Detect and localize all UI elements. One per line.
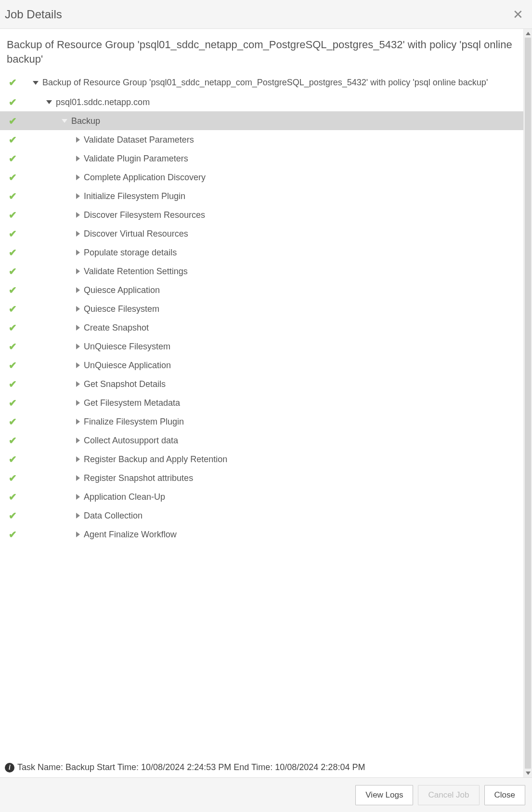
tree-row-step[interactable]: ✔Populate storage details: [0, 243, 532, 262]
check-icon: ✔: [9, 359, 17, 371]
tree-label: UnQuiesce Filesystem: [84, 338, 170, 355]
tree-label: Quiesce Filesystem: [84, 300, 159, 318]
expand-toggle[interactable]: [62, 119, 67, 123]
tree-row-step[interactable]: ✔Get Snapshot Details: [0, 374, 532, 393]
expand-toggle[interactable]: [76, 513, 80, 519]
tree-row-root[interactable]: ✔ Backup of Resource Group 'psql01_sddc_…: [0, 74, 532, 93]
expand-toggle[interactable]: [76, 287, 80, 293]
tree-row-step[interactable]: ✔Register Snapshot attributes: [0, 468, 532, 487]
chevron-right-icon: [76, 344, 80, 349]
tree-row-step[interactable]: ✔Collect Autosupport data: [0, 431, 532, 450]
check-icon: ✔: [9, 529, 17, 540]
check-icon: ✔: [9, 284, 17, 296]
tree-label: UnQuiesce Application: [84, 357, 171, 374]
tree-label: Data Collection: [84, 507, 143, 524]
tree-label: Register Backup and Apply Retention: [84, 451, 227, 468]
tree-row-step[interactable]: ✔Discover Virtual Resources: [0, 224, 532, 243]
chevron-right-icon: [76, 174, 80, 180]
expand-toggle[interactable]: [76, 456, 80, 462]
dialog-title: Job Details: [5, 8, 62, 21]
tree-row-step[interactable]: ✔Create Snapshot: [0, 318, 532, 337]
chevron-right-icon: [76, 362, 80, 368]
expand-toggle[interactable]: [76, 250, 80, 255]
expand-toggle[interactable]: [46, 100, 52, 104]
tree-row-step[interactable]: ✔Discover Filesystem Resources: [0, 205, 532, 224]
expand-toggle[interactable]: [76, 438, 80, 443]
expand-toggle[interactable]: [76, 494, 80, 500]
check-icon: ✔: [9, 209, 17, 221]
tree-label: Create Snapshot: [84, 319, 149, 336]
check-icon: ✔: [9, 77, 17, 88]
tree-row-backup[interactable]: ✔ Backup: [0, 111, 532, 130]
tree-row-step[interactable]: ✔Finalize Filesystem Plugin: [0, 412, 532, 431]
tree-row-step[interactable]: ✔Register Backup and Apply Retention: [0, 450, 532, 468]
expand-toggle[interactable]: [76, 268, 80, 274]
tree-row-host[interactable]: ✔ psql01.sddc.netapp.com: [0, 93, 532, 111]
chevron-right-icon: [76, 250, 80, 255]
chevron-right-icon: [76, 438, 80, 443]
chevron-right-icon: [76, 456, 80, 462]
expand-toggle[interactable]: [76, 475, 80, 481]
tree-row-step[interactable]: ✔Get Filesystem Metadata: [0, 393, 532, 412]
expand-toggle[interactable]: [76, 231, 80, 237]
expand-toggle[interactable]: [76, 156, 80, 161]
expand-toggle[interactable]: [76, 381, 80, 387]
cancel-job-button: Cancel Job: [418, 785, 479, 805]
scrollbar[interactable]: [523, 29, 532, 777]
expand-toggle[interactable]: [76, 212, 80, 218]
tree-label: Complete Application Discovery: [84, 169, 206, 186]
chevron-right-icon: [76, 212, 80, 218]
expand-toggle[interactable]: [76, 193, 80, 199]
close-icon[interactable]: ✕: [510, 8, 526, 21]
chevron-right-icon: [76, 494, 80, 500]
chevron-right-icon: [76, 156, 80, 161]
tree-label: Get Filesystem Metadata: [84, 394, 180, 412]
chevron-up-icon: [526, 32, 531, 35]
expand-toggle[interactable]: [76, 400, 80, 406]
tree-row-step[interactable]: ✔UnQuiesce Filesystem: [0, 337, 532, 356]
check-icon: ✔: [9, 247, 17, 258]
expand-toggle[interactable]: [76, 419, 80, 425]
tree-row-step[interactable]: ✔Validate Retention Settings: [0, 262, 532, 280]
expand-toggle[interactable]: [76, 532, 80, 537]
tree-label: Get Snapshot Details: [84, 375, 166, 393]
tree-label: Validate Plugin Parameters: [84, 150, 188, 167]
expand-toggle[interactable]: [76, 325, 80, 331]
view-logs-button[interactable]: View Logs: [355, 785, 413, 805]
chevron-right-icon: [76, 193, 80, 199]
check-icon: ✔: [9, 96, 17, 108]
close-button[interactable]: Close: [484, 785, 525, 805]
tree-row-step[interactable]: ✔Application Clean-Up: [0, 487, 532, 506]
tree-label: Finalize Filesystem Plugin: [84, 413, 184, 430]
tree-label: Quiesce Application: [84, 281, 160, 299]
check-icon: ✔: [9, 378, 17, 390]
expand-toggle[interactable]: [76, 137, 80, 143]
tree-row-step[interactable]: ✔Validate Dataset Parameters: [0, 130, 532, 149]
expand-toggle[interactable]: [76, 174, 80, 180]
check-icon: ✔: [9, 491, 17, 503]
scroll-up-button[interactable]: [524, 29, 532, 38]
chevron-down-icon: [526, 772, 531, 775]
content-scroll[interactable]: Backup of Resource Group 'psql01_sddc_ne…: [0, 29, 532, 777]
expand-toggle[interactable]: [76, 362, 80, 368]
chevron-right-icon: [76, 513, 80, 519]
expand-toggle[interactable]: [33, 81, 39, 85]
tree-row-step[interactable]: ✔Data Collection: [0, 506, 532, 525]
tree-row-step[interactable]: ✔Agent Finalize Workflow: [0, 525, 532, 544]
tree-row-step[interactable]: ✔UnQuiesce Application: [0, 356, 532, 374]
scroll-down-button[interactable]: [524, 769, 532, 777]
tree-row-step[interactable]: ✔Initialize Filesystem Plugin: [0, 186, 532, 205]
scroll-thumb[interactable]: [525, 38, 531, 769]
tree-row-step[interactable]: ✔Quiesce Application: [0, 280, 532, 299]
check-icon: ✔: [9, 416, 17, 427]
tree-row-step[interactable]: ✔Complete Application Discovery: [0, 168, 532, 186]
tree-label: Discover Filesystem Resources: [84, 206, 205, 224]
chevron-right-icon: [76, 137, 80, 143]
tree-label: Application Clean-Up: [84, 488, 165, 506]
info-icon: i: [5, 763, 14, 772]
tree-row-step[interactable]: ✔Validate Plugin Parameters: [0, 149, 532, 168]
tree-label: Backup of Resource Group 'psql01_sddc_ne…: [42, 74, 488, 91]
expand-toggle[interactable]: [76, 344, 80, 349]
tree-row-step[interactable]: ✔Quiesce Filesystem: [0, 299, 532, 318]
expand-toggle[interactable]: [76, 306, 80, 312]
